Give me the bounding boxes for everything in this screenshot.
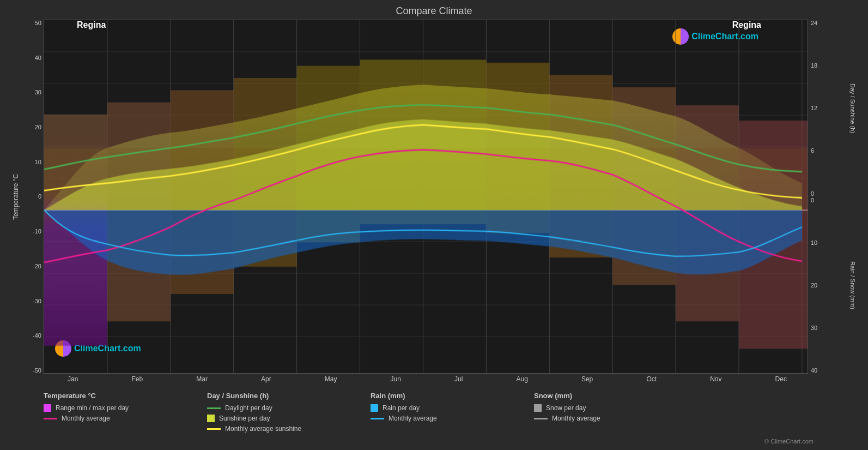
legend-title-sunshine: Day / Sunshine (h)	[207, 392, 360, 400]
legend-item-sunshine-avg: Monthly average sunshine	[207, 425, 360, 433]
y-tick-0: 0	[23, 193, 41, 200]
legend-group-temperature: Temperature °C Range min / max per day M…	[44, 392, 196, 433]
legend-group-rain: Rain (mm) Rain per day Monthly average	[371, 392, 523, 433]
y-tick-r-24: 24	[811, 20, 846, 26]
legend-label-rain-avg: Monthly average	[389, 415, 437, 422]
legend-item-temp-range: Range min / max per day	[44, 404, 196, 412]
x-tick-sep: Sep	[581, 375, 593, 383]
y-tick-r-0b: 0	[811, 197, 846, 203]
legend-group-sunshine: Day / Sunshine (h) Daylight per day Suns…	[207, 392, 360, 433]
legend-swatch-sunshine-bar	[207, 415, 215, 422]
right-axis-wrapper: 24 18 12 6 0 Day / Sunshine (h)	[808, 20, 857, 374]
legend-label-daylight: Daylight per day	[225, 404, 272, 412]
legend-item-daylight: Daylight per day	[207, 404, 360, 412]
plot-svg	[44, 20, 808, 373]
left-axis-wrapper: Temperature °C 50 40 30 20 10 0 -10 -20 …	[11, 20, 44, 374]
legend-item-rain-avg: Monthly average	[371, 415, 523, 422]
legend-title-temp: Temperature °C	[44, 392, 196, 400]
legend-label-rain-bar: Rain per day	[383, 404, 420, 412]
legend-item-snow-avg: Monthly average	[534, 415, 687, 422]
x-tick-nov: Nov	[710, 375, 721, 383]
legend-item-rain-bar: Rain per day	[371, 404, 523, 412]
x-tick-jun: Jun	[391, 375, 401, 383]
legend-swatch-temp-avg	[44, 418, 57, 419]
legend-area: Temperature °C Range min / max per day M…	[11, 387, 857, 437]
x-tick-feb: Feb	[132, 375, 143, 383]
x-tick-jul: Jul	[454, 375, 463, 383]
chart-plot: Regina Regina ClimeChart.com ClimeChart.…	[44, 20, 808, 374]
legend-label-snow-avg: Monthly average	[552, 415, 600, 422]
y-tick-r-18: 18	[811, 62, 846, 69]
y-tick-r-30: 30	[811, 325, 846, 331]
y-tick-n40: -40	[23, 332, 41, 339]
legend-label-sunshine-bar: Sunshine per day	[219, 415, 270, 422]
y-tick-50: 50	[23, 20, 41, 26]
y-tick-r-12: 12	[811, 105, 846, 111]
y-tick-n30: -30	[23, 298, 41, 304]
y-tick-r-0a: 0	[811, 190, 846, 197]
x-tick-oct: Oct	[646, 375, 657, 383]
legend-item-snow-bar: Snow per day	[534, 404, 687, 412]
legend-swatch-rain-bar	[371, 404, 378, 412]
x-tick-may: May	[325, 375, 337, 383]
y-tick-n10: -10	[23, 228, 41, 235]
legend-label-temp-avg: Monthly average	[62, 415, 110, 422]
legend-label-sunshine-avg: Monthly average sunshine	[225, 425, 301, 433]
y-tick-20: 20	[23, 124, 41, 130]
x-tick-jan: Jan	[68, 375, 78, 383]
y-tick-30: 30	[23, 89, 41, 95]
x-tick-apr: Apr	[261, 375, 271, 383]
left-axis-title: Temperature °C	[11, 20, 21, 374]
legend-swatch-rain-avg	[371, 418, 384, 419]
y-tick-r-6: 6	[811, 147, 846, 154]
legend-item-sunshine-bar: Sunshine per day	[207, 415, 360, 422]
legend-title-rain: Rain (mm)	[371, 392, 523, 400]
x-axis-labels: Jan Feb Mar Apr May Jun Jul Aug Sep Oct …	[41, 374, 814, 385]
chart-wrapper: Temperature °C 50 40 30 20 10 0 -10 -20 …	[11, 20, 857, 385]
x-tick-dec: Dec	[775, 375, 787, 383]
x-tick-mar: Mar	[196, 375, 208, 383]
legend-swatch-sunshine-avg	[207, 428, 221, 430]
legend-title-snow: Snow (mm)	[534, 392, 687, 400]
y-tick-n50: -50	[23, 367, 41, 374]
y-tick-n20: -20	[23, 263, 41, 269]
legend-swatch-snow-avg	[534, 418, 548, 419]
legend-swatch-daylight	[207, 407, 221, 409]
legend-label-snow-bar: Snow per day	[546, 404, 586, 412]
chart-row: Temperature °C 50 40 30 20 10 0 -10 -20 …	[11, 20, 857, 374]
y-tick-r-40: 40	[811, 367, 846, 374]
legend-group-snow: Snow (mm) Snow per day Monthly average	[534, 392, 687, 433]
y-tick-r-20: 20	[811, 282, 846, 289]
x-tick-aug: Aug	[516, 375, 527, 383]
y-tick-r-10: 10	[811, 239, 846, 246]
left-ticks: 50 40 30 20 10 0 -10 -20 -30 -40 -50	[21, 20, 44, 374]
y-tick-10: 10	[23, 159, 41, 165]
copyright: © ClimeChart.com	[11, 438, 857, 445]
legend-item-temp-avg: Monthly average	[44, 415, 196, 422]
y-tick-40: 40	[23, 55, 41, 61]
chart-title: Compare Climate	[11, 5, 857, 17]
main-container: Compare Climate Temperature °C 50 40 30 …	[0, 0, 868, 450]
legend-swatch-temp-range	[44, 404, 51, 412]
legend-swatch-snow-bar	[534, 404, 542, 412]
legend-label-temp-range: Range min / max per day	[56, 404, 129, 412]
